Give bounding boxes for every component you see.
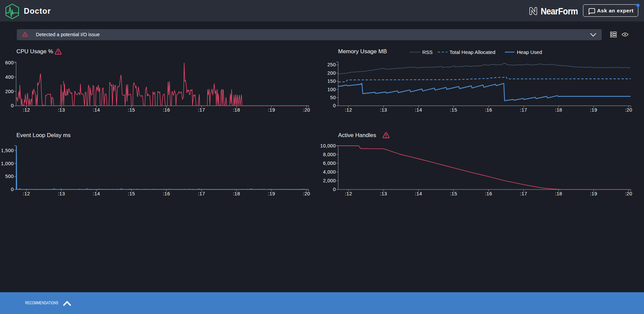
svg-text:250: 250	[327, 62, 336, 67]
svg-text::17: :17	[198, 191, 205, 196]
svg-text::16: :16	[163, 191, 170, 196]
svg-text:4,000: 4,000	[323, 169, 336, 175]
svg-text::12: :12	[23, 107, 30, 113]
svg-text::14: :14	[415, 107, 422, 113]
svg-text::15: :15	[450, 107, 457, 113]
svg-text::17: :17	[520, 191, 527, 196]
svg-text::15: :15	[128, 191, 135, 196]
svg-text:10,000: 10,000	[320, 143, 336, 148]
svg-text:1,000: 1,000	[1, 161, 14, 166]
svg-text::13: :13	[380, 107, 387, 113]
svg-text:6,000: 6,000	[323, 161, 336, 166]
svg-text::12: :12	[345, 191, 352, 196]
svg-text::15: :15	[128, 107, 135, 113]
svg-text::14: :14	[93, 191, 100, 196]
svg-text::17: :17	[198, 107, 205, 113]
svg-text:Total Heap Allocated: Total Heap Allocated	[449, 49, 495, 55]
svg-text:Active Handles: Active Handles	[338, 132, 376, 138]
svg-text::18: :18	[555, 191, 562, 196]
svg-text::13: :13	[380, 191, 387, 196]
svg-text::19: :19	[268, 107, 275, 113]
svg-text:RSS: RSS	[422, 49, 433, 55]
svg-text::12: :12	[345, 107, 352, 113]
svg-text::12: :12	[23, 191, 30, 196]
svg-text:600: 600	[5, 60, 14, 65]
svg-text::13: :13	[58, 191, 65, 196]
svg-text:200: 200	[327, 70, 336, 76]
svg-text::18: :18	[233, 107, 240, 113]
svg-text::15: :15	[450, 191, 457, 196]
svg-text:Event Loop Delay ms: Event Loop Delay ms	[16, 132, 71, 138]
svg-text:Heap Used: Heap Used	[517, 49, 542, 55]
svg-text::18: :18	[555, 107, 562, 113]
svg-text:200: 200	[5, 89, 14, 94]
svg-text::14: :14	[415, 191, 422, 196]
svg-text::20: :20	[303, 107, 310, 113]
svg-text:1,500: 1,500	[1, 148, 14, 153]
svg-text::20: :20	[625, 191, 632, 196]
svg-text:100: 100	[327, 87, 336, 92]
svg-text::14: :14	[93, 107, 100, 113]
svg-text:400: 400	[5, 74, 14, 80]
svg-text:2,000: 2,000	[323, 178, 336, 183]
svg-text:CPU Usage %: CPU Usage %	[16, 48, 53, 55]
svg-text::16: :16	[485, 107, 492, 113]
svg-text::20: :20	[625, 107, 632, 113]
svg-text:0: 0	[11, 187, 14, 192]
svg-text:0: 0	[333, 103, 336, 108]
svg-text:0: 0	[11, 103, 14, 108]
svg-text:Memory Usage MB: Memory Usage MB	[338, 48, 387, 55]
svg-text::13: :13	[58, 107, 65, 113]
svg-text:150: 150	[327, 78, 336, 84]
svg-text::16: :16	[485, 191, 492, 196]
svg-text::16: :16	[163, 107, 170, 113]
svg-text::20: :20	[303, 191, 310, 196]
svg-text::19: :19	[268, 191, 275, 196]
svg-text::17: :17	[520, 107, 527, 113]
svg-text:8,000: 8,000	[323, 152, 336, 157]
svg-text::18: :18	[233, 191, 240, 196]
svg-text:0: 0	[333, 187, 336, 192]
svg-text:500: 500	[5, 174, 14, 179]
svg-text:50: 50	[330, 95, 336, 100]
svg-text::19: :19	[590, 191, 597, 196]
svg-text::19: :19	[590, 107, 597, 113]
